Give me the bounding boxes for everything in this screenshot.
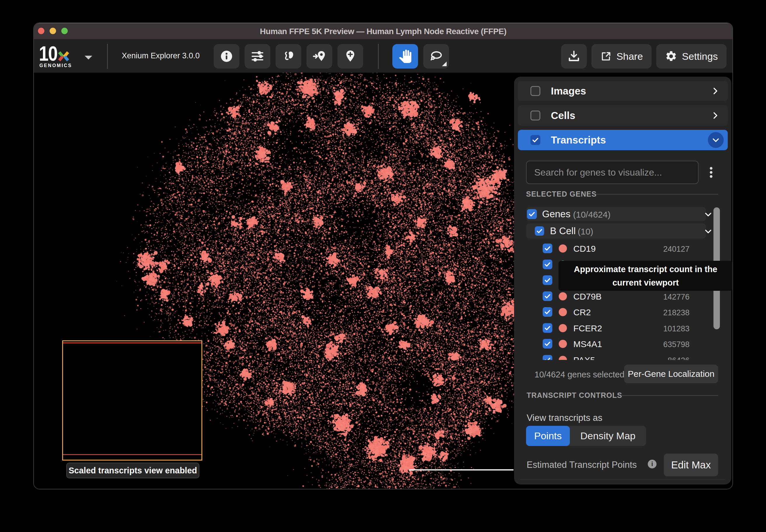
svg-text:GENOMICS: GENOMICS bbox=[39, 63, 72, 68]
svg-text:10: 10 bbox=[39, 45, 57, 65]
